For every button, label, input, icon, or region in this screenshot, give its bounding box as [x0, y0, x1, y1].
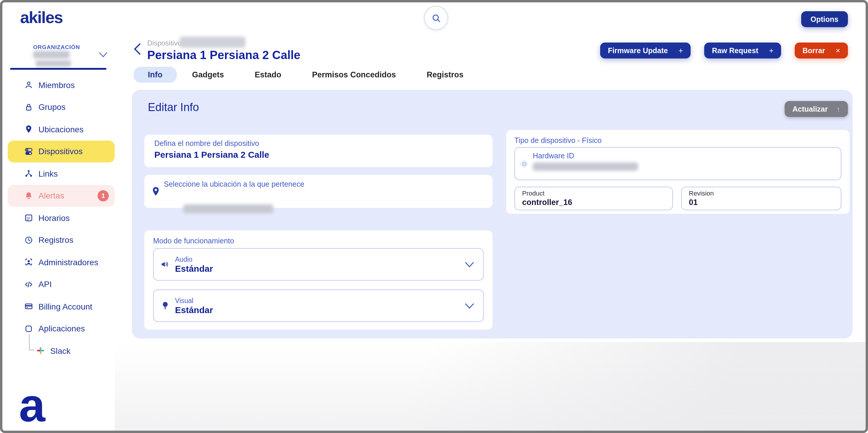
slack-icon — [35, 346, 45, 356]
chip-icon — [519, 159, 529, 169]
sidebar-item-slack[interactable]: Slack — [2, 340, 115, 362]
sidebar-item-miembros[interactable]: Miembros — [2, 74, 115, 96]
sidebar-item-label: Billing Account — [38, 302, 92, 311]
person-icon — [24, 80, 33, 90]
sidebar-item-aplicaciones[interactable]: Aplicaciones — [2, 318, 115, 340]
lock-icon — [24, 102, 33, 112]
sidebar-item-label: Ubicaciones — [38, 125, 84, 134]
organization-chevron-down-icon[interactable] — [99, 52, 107, 58]
lightbulb-icon — [158, 300, 172, 311]
location-label: Seleccione la ubicación a la que pertene… — [164, 180, 493, 189]
breadcrumb-value-redacted — [180, 37, 245, 48]
sitemap-icon — [24, 169, 33, 178]
device-name-label: Defina el nombre del dispositivo — [154, 139, 493, 148]
chevron-down-icon — [465, 303, 474, 309]
sidebar-item-horarios[interactable]: Horarios — [2, 207, 115, 229]
map-pin-icon — [151, 186, 160, 197]
sidebar-item-billing-account[interactable]: Billing Account — [2, 295, 115, 318]
device-tabs: Info Gadgets Estado Permisos Concedidos … — [134, 67, 479, 83]
revision-label: Revision — [689, 190, 841, 197]
sidebar-item-label: Links — [38, 169, 58, 178]
app-icon — [24, 324, 33, 333]
mode-section: Modo de funcionamiento Audio Estándar — [144, 230, 493, 330]
location-value-redacted — [183, 204, 273, 213]
organization-name-redacted — [33, 51, 70, 59]
product-label: Product — [522, 190, 672, 197]
tab-permisos-concedidos[interactable]: Permisos Concedidos — [297, 67, 411, 83]
tree-connector — [29, 334, 34, 350]
product-field: Product controller_16 — [515, 187, 673, 210]
sidebar-item-label: Miembros — [38, 80, 75, 90]
device-name-value: Persiana 1 Persiana 2 Calle — [154, 149, 493, 160]
raw-request-label: Raw Request — [712, 46, 758, 55]
edit-info-panel: Editar Info Actualizar ↑ Defina el nombr… — [132, 90, 852, 338]
device-type-label: Tipo de dispositivo - Físico — [515, 136, 601, 145]
plus-icon: + — [679, 46, 683, 55]
sidebar-item-administradores[interactable]: Administradores — [2, 251, 115, 273]
close-icon: × — [836, 46, 840, 55]
plus-icon: + — [769, 46, 773, 55]
tab-registros[interactable]: Registros — [411, 67, 479, 83]
mode-section-label: Modo de funcionamiento — [153, 237, 234, 245]
sidebar-item-label: Registros — [38, 235, 73, 245]
sidebar-item-ubicaciones[interactable]: Ubicaciones — [2, 118, 115, 140]
sidebar-item-grupos[interactable]: Grupos — [2, 96, 115, 118]
alert-count-badge: 1 — [98, 190, 109, 201]
revision-field: Revision 01 — [681, 187, 841, 210]
bottom-gradient — [115, 342, 866, 431]
firmware-update-button[interactable]: Firmware Update + — [600, 42, 691, 59]
chevron-down-icon — [465, 261, 474, 267]
update-button-label: Actualizar — [793, 105, 828, 113]
visual-mode-text: Visual Estándar — [175, 297, 213, 314]
back-button[interactable] — [133, 42, 141, 56]
delete-button[interactable]: Borrar × — [795, 42, 848, 59]
options-button-label: Options — [811, 15, 838, 23]
hardware-id-label: Hardware ID — [533, 152, 574, 160]
search-icon — [431, 13, 441, 23]
raw-request-button[interactable]: Raw Request + — [704, 42, 781, 59]
organization-label: ORGANIZACIÓN — [33, 44, 80, 50]
page-title: Persiana 1 Persiana 2 Calle — [147, 48, 300, 62]
revision-value: 01 — [689, 198, 841, 207]
sidebar-item-links[interactable]: Links — [2, 162, 115, 185]
visual-mode-label: Visual — [175, 297, 213, 304]
sidebar-item-api[interactable]: API — [2, 273, 115, 295]
audio-mode-select[interactable]: Audio Estándar — [153, 248, 484, 280]
toggles-icon — [24, 147, 33, 156]
sidebar-item-label: Grupos — [38, 102, 66, 112]
tab-gadgets[interactable]: Gadgets — [177, 67, 240, 83]
product-value: controller_16 — [522, 198, 672, 207]
sidebar-item-label: Administradores — [38, 258, 98, 267]
sidebar-item-registros[interactable]: Registros — [2, 229, 115, 251]
visual-mode-value: Estándar — [175, 304, 213, 314]
update-button[interactable]: Actualizar ↑ — [785, 101, 848, 117]
akiles-logo: akiles — [20, 8, 63, 27]
hardware-id-field: Hardware ID — [515, 147, 841, 180]
sidebar-item-dispositivos[interactable]: Dispositivos — [8, 140, 115, 162]
sidebar-item-alertas[interactable]: Alertas 1 — [8, 185, 115, 207]
header-actions: Firmware Update + Raw Request + Borrar × — [600, 42, 848, 59]
tab-estado[interactable]: Estado — [240, 67, 297, 83]
device-name-field[interactable]: Defina el nombre del dispositivo Persian… — [144, 135, 493, 167]
sidebar-item-label: Alertas — [38, 191, 64, 201]
admin-icon — [24, 258, 33, 267]
search-button[interactable] — [424, 6, 448, 30]
calendar-icon — [24, 213, 33, 223]
location-field[interactable]: Seleccione la ubicación a la que pertene… — [144, 175, 493, 208]
sidebar-item-label: Dispositivos — [38, 147, 83, 156]
bell-icon — [24, 191, 33, 201]
arrow-up-icon: ↑ — [837, 105, 840, 113]
sidebar-item-label: API — [38, 280, 52, 289]
device-type-section: Tipo de dispositivo - Físico Hardware ID… — [506, 130, 850, 214]
audio-mode-text: Audio Estándar — [175, 256, 213, 273]
credit-card-icon — [24, 302, 33, 311]
firmware-update-label: Firmware Update — [608, 46, 668, 55]
app-window: akiles ORGANIZACIÓN Miembros Grupos — [0, 0, 868, 433]
sidebar-menu: Miembros Grupos Ubicaciones Dispositivos — [2, 74, 115, 362]
map-pin-icon — [24, 125, 33, 134]
options-button[interactable]: Options — [801, 11, 848, 27]
tab-info[interactable]: Info — [134, 67, 177, 83]
visual-mode-select[interactable]: Visual Estándar — [153, 290, 484, 322]
hardware-id-value-redacted — [533, 162, 638, 171]
organization-underline — [10, 68, 106, 70]
